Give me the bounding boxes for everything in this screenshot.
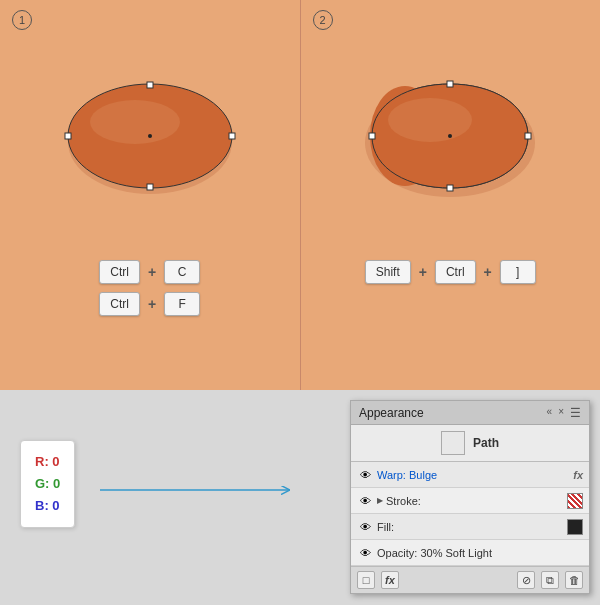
bottom-section: R: 0 G: 0 B: 0 Appearance « × ☰ Path	[0, 390, 600, 605]
duplicate-button[interactable]: ⧉	[541, 571, 559, 589]
opacity-row: 👁 Opacity: 30% Soft Light	[351, 540, 589, 566]
panel-2: 2	[301, 0, 601, 390]
svg-point-3	[148, 134, 152, 138]
no-symbol-icon: ⊘	[522, 574, 531, 587]
path-thumbnail	[441, 431, 465, 455]
plus-2: +	[148, 296, 156, 312]
key-ctrl-3: Ctrl	[435, 260, 476, 284]
square-icon: □	[363, 574, 370, 586]
svg-rect-6	[65, 133, 71, 139]
svg-rect-12	[447, 81, 453, 87]
fill-label: Fill:	[377, 521, 563, 533]
ellipse-area-2	[301, 20, 601, 250]
no-symbol-button[interactable]: ⊘	[517, 571, 535, 589]
warp-row: 👁 Warp: Bulge fx	[351, 462, 589, 488]
eye-icon-1[interactable]: 👁	[357, 469, 373, 481]
warp-label: Warp: Bulge	[377, 469, 573, 481]
opacity-label: Opacity: 30% Soft Light	[377, 547, 583, 559]
rgb-g: G: 0	[35, 473, 60, 495]
fill-swatch[interactable]	[567, 519, 583, 535]
path-label: Path	[473, 436, 499, 450]
svg-point-2	[90, 100, 180, 144]
fx-button[interactable]: fx	[573, 469, 583, 481]
stroke-swatch[interactable]	[567, 493, 583, 509]
key-ctrl-1: Ctrl	[99, 260, 140, 284]
key-ctrl-2: Ctrl	[99, 292, 140, 316]
svg-point-10	[388, 98, 472, 142]
ellipse-2	[350, 60, 550, 210]
appearance-panel: Appearance « × ☰ Path 👁 Warp: Bulge fx 👁…	[350, 400, 590, 594]
plus-4: +	[484, 264, 492, 280]
fx-add-button[interactable]: fx	[381, 571, 399, 589]
collapse-button[interactable]: «	[547, 406, 553, 420]
key-row-1: Ctrl + C	[99, 260, 200, 284]
ellipse-area-1	[0, 20, 300, 250]
key-shift: Shift	[365, 260, 411, 284]
key-bracket: ]	[500, 260, 536, 284]
trash-icon: 🗑	[569, 574, 580, 586]
panel-menu-button[interactable]: ☰	[570, 406, 581, 420]
key-f: F	[164, 292, 200, 316]
panel-titlebar: Appearance « × ☰	[351, 401, 589, 425]
arrow-line	[100, 480, 300, 500]
rgb-b: B: 0	[35, 495, 60, 517]
rgb-box: R: 0 G: 0 B: 0	[20, 440, 75, 528]
new-layer-button[interactable]: □	[357, 571, 375, 589]
appearance-title: Appearance	[359, 406, 424, 420]
rgb-r: R: 0	[35, 451, 60, 473]
svg-point-11	[448, 134, 452, 138]
svg-rect-5	[147, 184, 153, 190]
panel-controls: « × ☰	[547, 406, 581, 420]
key-area-2: Shift + Ctrl + ]	[365, 260, 536, 284]
key-c: C	[164, 260, 200, 284]
key-row-2: Ctrl + F	[99, 292, 200, 316]
key-area-1: Ctrl + C Ctrl + F	[99, 260, 200, 316]
fill-row: 👁 Fill:	[351, 514, 589, 540]
panel-1: 1 Ctrl +	[0, 0, 301, 390]
top-section: 思缘设计论坛 www.MISSY UAN.COM 1	[0, 0, 600, 390]
stroke-label: Stroke:	[386, 495, 563, 507]
stroke-arrow[interactable]: ▶	[377, 496, 383, 505]
plus-1: +	[148, 264, 156, 280]
svg-rect-7	[229, 133, 235, 139]
ellipse-1	[50, 60, 250, 210]
appearance-toolbar: □ fx ⊘ ⧉ 🗑	[351, 566, 589, 593]
eye-icon-4[interactable]: 👁	[357, 547, 373, 559]
delete-button[interactable]: 🗑	[565, 571, 583, 589]
plus-3: +	[419, 264, 427, 280]
expand-button[interactable]: ×	[558, 406, 564, 420]
svg-rect-14	[369, 133, 375, 139]
duplicate-icon: ⧉	[546, 574, 554, 587]
fx-icon: fx	[385, 574, 395, 586]
warp-link[interactable]: Warp: Bulge	[377, 469, 437, 481]
eye-icon-2[interactable]: 👁	[357, 495, 373, 507]
eye-icon-3[interactable]: 👁	[357, 521, 373, 533]
key-row-3: Shift + Ctrl + ]	[365, 260, 536, 284]
svg-rect-4	[147, 82, 153, 88]
stroke-row: 👁 ▶ Stroke:	[351, 488, 589, 514]
svg-rect-13	[447, 185, 453, 191]
svg-rect-15	[525, 133, 531, 139]
path-header: Path	[351, 425, 589, 462]
